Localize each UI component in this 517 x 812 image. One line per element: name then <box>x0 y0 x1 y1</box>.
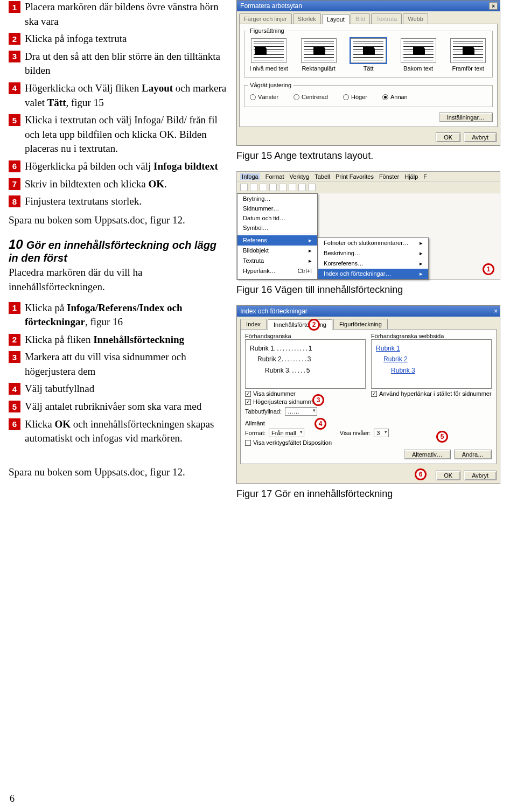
align-radio[interactable]: Annan <box>382 94 408 100</box>
dialog1-tab[interactable]: Färger och linjer <box>239 13 291 24</box>
toolbar <box>237 182 500 193</box>
wrap-option[interactable]: Bakom text <box>397 38 439 72</box>
step-badge: 5 <box>9 401 20 412</box>
toolbar-icon[interactable] <box>260 184 267 191</box>
menu-item[interactable]: Fotnoter och slutkommentarer…▸ <box>318 238 428 248</box>
dialog1-tab[interactable]: Layout <box>322 14 350 24</box>
format-workspace-dialog: Formatera arbetsytan × Färger och linjer… <box>236 0 500 146</box>
menubar-item[interactable]: Verktyg <box>290 173 310 180</box>
menu-item[interactable]: Beskrivning…▸ <box>318 248 428 258</box>
step-badge: 1 <box>9 302 20 314</box>
menu-item[interactable]: Symbol… <box>237 223 317 233</box>
dialog2-tabs: IndexInnehållsförteckningFigurförtecknin… <box>237 317 500 329</box>
align-radio[interactable]: Vänster <box>250 94 278 100</box>
step-badge: 6 <box>9 418 20 430</box>
insert-menu-screenshot: InfogaFormatVerktygTabellPrint Favorites… <box>236 171 500 280</box>
reference-submenu: Fotnoter och slutkommentarer…▸Beskrivnin… <box>318 237 429 279</box>
dialog1-tab[interactable]: Textruta <box>371 13 402 24</box>
menu-item[interactable]: Index och förteckningar…▸ <box>318 269 428 279</box>
menubar-item[interactable]: F <box>423 173 427 180</box>
tabfill-combo[interactable]: …… <box>285 407 317 416</box>
rightalign-checkbox[interactable]: ✓Högerjustera sidnummer <box>245 398 366 405</box>
menu-item[interactable]: Sidnummer… <box>237 204 317 213</box>
menu-item[interactable]: Textruta▸ <box>237 256 317 266</box>
settings-button[interactable]: Inställningar… <box>439 113 493 122</box>
menu-item[interactable]: Korsreferens…▸ <box>318 258 428 269</box>
numbered-list-a: 1Placera markören där bildens övre vänst… <box>9 0 228 209</box>
step-badge: 4 <box>9 82 20 94</box>
numbered-list-b: 1Klicka på Infoga/Referens/Index och för… <box>9 301 228 446</box>
wrap-option[interactable]: Framför text <box>447 38 489 72</box>
wrap-legend: Figursättning <box>248 27 287 34</box>
wrap-fieldset: Figursättning I nivå med textRektangulär… <box>244 27 493 78</box>
list-item: 4Välj tabutfyllnad <box>9 382 228 396</box>
align-fieldset: Vågrät justering VänsterCentreradHögerAn… <box>244 82 493 107</box>
dialog1-tab[interactable]: Webb <box>403 13 428 24</box>
step-text: Klicka i textrutan och välj Infoga/ Bild… <box>25 113 228 156</box>
step-text: Markera att du vill visa sidnummer och h… <box>25 350 228 379</box>
dialog2-tab[interactable]: Figurförteckning <box>333 319 388 329</box>
toolbar-icon[interactable] <box>269 184 277 191</box>
toolbar-icon[interactable] <box>289 184 296 191</box>
options-button[interactable]: Alternativ… <box>404 450 451 459</box>
menubar-item[interactable]: Fönster <box>379 173 399 180</box>
ok-button[interactable]: OK <box>436 132 460 142</box>
step-badge: 7 <box>9 178 20 190</box>
menu-item[interactable]: Hyperlänk…Ctrl+I <box>237 266 317 276</box>
step-badge: 6 <box>9 160 20 172</box>
cancel-button[interactable]: Avbryt <box>464 132 497 142</box>
wrap-option[interactable]: I nivå med text <box>248 38 290 72</box>
index-dialog: Index och förteckningar × IndexInnehålls… <box>236 305 500 484</box>
menu-item[interactable]: Datum och tid… <box>237 213 317 223</box>
toolbar-icon[interactable] <box>308 184 316 191</box>
list-item: 4Högerklicka och Välj fliken Layout och … <box>9 81 228 110</box>
menu-item[interactable]: Bildobjekt▸ <box>237 246 317 256</box>
toolbar-icon[interactable] <box>279 184 287 191</box>
cancel-button[interactable]: Avbryt <box>464 471 497 480</box>
menu-item[interactable]: Brytning… <box>237 194 317 204</box>
section-10-heading: 10Gör en innehållsförteckning och lägg i… <box>9 237 228 264</box>
wrap-option[interactable]: Rektangulärt <box>298 38 340 72</box>
step-text: Klicka på fliken Innehållsförteckning <box>25 333 228 347</box>
list-item: 2Klicka på fliken Innehållsförteckning <box>9 333 228 347</box>
close-icon[interactable]: × <box>494 307 498 315</box>
step-text: Dra ut den så att den blir större än den… <box>25 50 228 78</box>
section-10-intro: Placedra markören där du vill ha innehål… <box>9 265 228 294</box>
ok-button[interactable]: OK <box>436 471 460 480</box>
wrap-option[interactable]: Tätt <box>347 38 389 72</box>
menubar-item[interactable]: Print Favorites <box>336 173 374 180</box>
modify-button[interactable]: Ändra… <box>454 450 492 459</box>
step-badge: 5 <box>9 114 20 126</box>
menubar: InfogaFormatVerktygTabellPrint Favorites… <box>237 172 500 182</box>
toolbar-icon[interactable] <box>250 184 257 191</box>
list-item: 6Klicka OK och innehållsförteckningen sk… <box>9 417 228 446</box>
menubar-item[interactable]: Hjälp <box>404 173 418 180</box>
levels-spinner[interactable]: 3 <box>374 429 389 437</box>
outline-toolbar-checkbox[interactable]: Visa verktygsfältet Disposition <box>245 439 492 446</box>
format-combo[interactable]: Från mall <box>269 429 304 437</box>
step-text: Finjustera textrutans storlek. <box>25 194 228 209</box>
list-item: 5Välj antalet rubriknivåer som ska vara … <box>9 400 228 414</box>
show-pagenum-checkbox[interactable]: ✓Visa sidnummer <box>245 390 366 397</box>
menu-item[interactable]: Referens▸ <box>237 235 317 246</box>
dialog1-tab[interactable]: Storlek <box>293 13 321 24</box>
dialog1-tab[interactable]: Bild <box>351 13 370 24</box>
step-badge: 1 <box>9 1 20 13</box>
menubar-item[interactable]: Tabell <box>315 173 330 180</box>
step-badge: 3 <box>9 351 20 363</box>
dialog2-titlebar: Index och förteckningar × <box>237 306 500 317</box>
hyperlinks-checkbox[interactable]: ✓Använd hyperlänkar i stället för sidnum… <box>371 390 492 397</box>
list-item: 3Markera att du vill visa sidnummer och … <box>9 350 228 379</box>
dialog2-tab[interactable]: Innehållsförteckning <box>268 319 332 330</box>
align-radio[interactable]: Centrerad <box>294 94 328 100</box>
step-badge: 2 <box>9 33 20 45</box>
align-radios: VänsterCentreradHögerAnnan <box>248 93 489 101</box>
menubar-item[interactable]: Infoga <box>240 173 260 180</box>
close-icon[interactable]: × <box>489 2 498 10</box>
toolbar-icon[interactable] <box>298 184 306 191</box>
step-text: Placera markören där bildens övre vänstr… <box>25 0 228 29</box>
align-radio[interactable]: Höger <box>343 94 367 100</box>
menubar-item[interactable]: Format <box>266 173 284 180</box>
toolbar-icon[interactable] <box>240 184 248 191</box>
dialog2-tab[interactable]: Index <box>240 319 267 329</box>
